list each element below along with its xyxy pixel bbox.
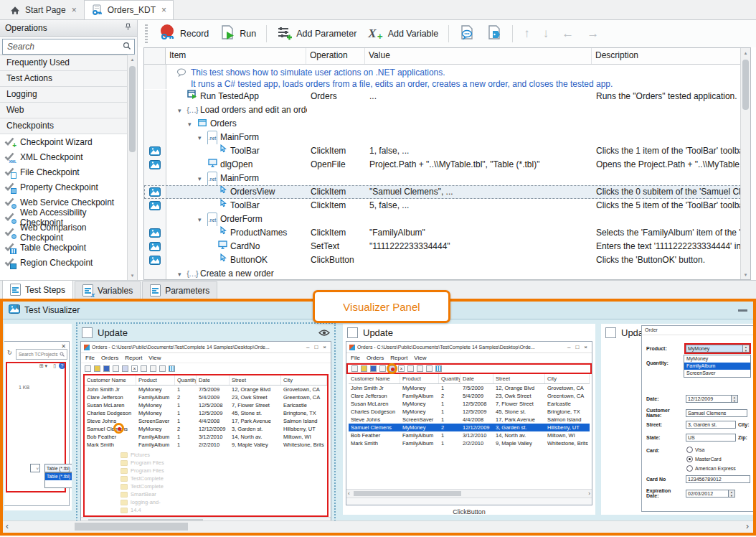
test-step-row-orderform[interactable]: ▾.netOrderForm (144, 213, 741, 226)
run-button[interactable]: Run (216, 22, 260, 46)
category-web[interactable]: Web (0, 103, 128, 118)
category-frequently-used[interactable]: Frequently Used (0, 55, 128, 71)
visualizer-image-icon[interactable] (144, 226, 166, 240)
expand-arrow-icon[interactable]: ▾ (198, 213, 207, 226)
column-header-value[interactable]: Value (365, 48, 592, 64)
cell: 12/5/2009 (197, 409, 230, 417)
step-description-cell: Selects the 'FamilyAlbum' item of the 'P… (592, 226, 741, 240)
visualizer-image-icon[interactable] (144, 144, 166, 158)
eye-icon[interactable] (318, 329, 330, 337)
add-label-button[interactable] (482, 22, 506, 46)
tab-variables[interactable]: xVariables (75, 281, 141, 299)
visualizer-image-icon[interactable] (144, 185, 166, 199)
test-step-row-create-a-new-order[interactable]: ▾{…}Create a new order (144, 267, 741, 279)
visualizer-image-icon[interactable] (144, 253, 166, 267)
move-left-icon[interactable]: ← (557, 27, 579, 41)
test-step-row-cardno[interactable]: CardNoSetText"1111222233334444"Enters th… (144, 240, 741, 253)
visualizer-horizontal-scrollbar[interactable]: ‹ › (3, 520, 753, 533)
open-folder-icon (361, 365, 367, 372)
search-input[interactable] (6, 41, 123, 52)
add-comment-button[interactable] (455, 22, 479, 46)
column-header-item[interactable]: Item (166, 48, 306, 64)
test-step-row-buttonok[interactable]: ButtonOKClickButtonClicks the 'ButtonOK'… (144, 253, 741, 267)
update-checkbox[interactable] (605, 327, 616, 338)
tab-start-page[interactable]: Start Page× (1, 0, 84, 19)
category-checkpoints[interactable]: Checkpoints (0, 118, 128, 134)
test-step-row-load-orders-and-edit-an-order[interactable]: ▾{…}Load orders and edit an order (144, 103, 741, 117)
move-up-icon[interactable]: ↑ (519, 27, 535, 41)
scrollbar-thumb[interactable] (129, 66, 136, 152)
visualizer-frame-3[interactable]: Update Order Product: MyMoney▴▾ Quantity… (601, 324, 753, 515)
update-checkbox[interactable] (82, 327, 93, 338)
scroll-up-icon[interactable]: ▴ (741, 48, 750, 57)
test-step-row-toolbar[interactable]: ToolBarClickItem1, false, ...Clicks the … (144, 144, 741, 158)
column-header-operation[interactable]: Operation (306, 48, 365, 64)
operation-item-xml-checkpoint[interactable]: XMLXML Checkpoint (0, 149, 128, 164)
mini-col-city: City (545, 374, 590, 383)
operation-item-checkpoint-wizard[interactable]: +Checkpoint Wizard (0, 134, 128, 149)
operations-search-box[interactable] (2, 39, 135, 55)
operation-item-label: XML Checkpoint (20, 152, 83, 162)
comment-row[interactable]: This test shows how to simulate user act… (144, 65, 741, 90)
visualizer-image-icon[interactable] (144, 158, 166, 172)
operation-item-web-comparison-checkpoint[interactable]: Web Comparison Checkpoint (0, 225, 128, 240)
expand-arrow-icon[interactable]: ▾ (178, 268, 186, 279)
toolbar-grip[interactable] (145, 24, 148, 43)
expand-arrow-icon[interactable]: ▾ (198, 172, 207, 185)
update-checkbox[interactable] (347, 327, 358, 338)
scroll-down-icon[interactable]: ▾ (741, 270, 750, 279)
visualizer-frame-openfile[interactable]: ✕ ↻ Search TCProjects ⊞ ▾ ▯ ? 1 KB ˅ Tab… (4, 324, 72, 510)
search-icon[interactable] (123, 42, 131, 52)
scroll-right-icon[interactable]: › (746, 521, 749, 532)
step-item-cell: OrdersView (166, 185, 307, 199)
grid-vertical-scrollbar[interactable]: ▴ ▾ (740, 48, 750, 279)
scroll-left-icon[interactable]: ‹ (6, 521, 9, 532)
column-header-description[interactable]: Description (592, 48, 741, 64)
mini-horizontal-scrollbar[interactable]: ‹› (346, 489, 592, 498)
test-step-row-toolbar[interactable]: ToolBarClickItem5, false, ...Clicks the … (144, 199, 741, 213)
pin-icon[interactable] (124, 23, 132, 33)
expand-arrow-icon[interactable]: ▾ (188, 118, 197, 131)
category-test-actions[interactable]: Test Actions (0, 71, 128, 87)
operation-item-property-checkpoint[interactable]: Property Checkpoint (0, 179, 128, 195)
move-down-icon[interactable]: ↓ (538, 27, 554, 41)
visualizer-image-icon[interactable] (144, 199, 166, 213)
test-step-row-dlgopen[interactable]: dlgOpenOpenFileProject.Path + "..\\MyTab… (144, 158, 741, 172)
test-step-row-productnames[interactable]: ProductNamesClickItem"FamilyAlbum"Select… (144, 226, 741, 240)
visualizer-frame-2[interactable]: Update Orders - C:\Users\Public\Document… (343, 324, 595, 515)
visualizer-image-icon[interactable] (144, 240, 166, 253)
scroll-down-icon[interactable]: ▾ (128, 271, 137, 280)
expand-arrow-icon[interactable]: ▾ (178, 104, 186, 117)
scrollbar-thumb[interactable] (742, 60, 749, 110)
move-right-icon[interactable]: → (582, 27, 604, 41)
operation-item-region-checkpoint[interactable]: Region Checkpoint (0, 255, 128, 270)
scroll-up-icon[interactable]: ▴ (128, 55, 137, 64)
cell: Charles Dodgeson (349, 408, 400, 416)
globe-badge-icon (11, 219, 16, 224)
operation-item-file-checkpoint[interactable]: File Checkpoint (0, 164, 128, 179)
tab-close-icon[interactable]: × (70, 5, 77, 15)
menu-file: File (85, 355, 95, 361)
test-step-row-run-testedapp[interactable]: Run TestedAppOrders...Runs the "Orders" … (144, 90, 741, 103)
cell: 5/4/2009 (460, 392, 493, 400)
tab-orders-kdt[interactable]: Orders_KDT× (84, 0, 174, 19)
visualizer-frame-1[interactable]: Update Orders - C:\Users\Public\Document… (76, 322, 336, 523)
test-step-row-orders[interactable]: ▾Orders (144, 117, 741, 131)
test-step-row-mainform[interactable]: ▾.netMainForm (144, 131, 741, 144)
app-icon (84, 345, 90, 350)
tab-parameters[interactable]: Parameters (142, 281, 217, 299)
add-variable-button[interactable]: X＋ Add Variable (364, 24, 443, 45)
tab-close-icon[interactable]: × (160, 5, 166, 15)
expand-arrow-icon[interactable]: ▾ (198, 131, 207, 144)
minimize-panel-button[interactable] (738, 309, 747, 312)
add-parameter-button[interactable]: Add Parameter (273, 23, 361, 45)
step-item-label: MainForm (220, 132, 259, 142)
category-logging[interactable]: Logging (0, 87, 128, 103)
operations-scrollbar[interactable]: ▴ ▾ (127, 55, 137, 280)
tab-test-steps[interactable]: Test Steps (2, 280, 73, 299)
test-step-row-mainform[interactable]: ▾.netMainForm (144, 172, 741, 185)
record-button[interactable]: Record (153, 22, 213, 46)
scrollbar-thumb[interactable] (75, 523, 188, 531)
test-step-row-ordersview[interactable]: OrdersViewClickItem"Samuel Clemens", ...… (144, 185, 741, 199)
cell: Salmon Island (281, 417, 327, 425)
